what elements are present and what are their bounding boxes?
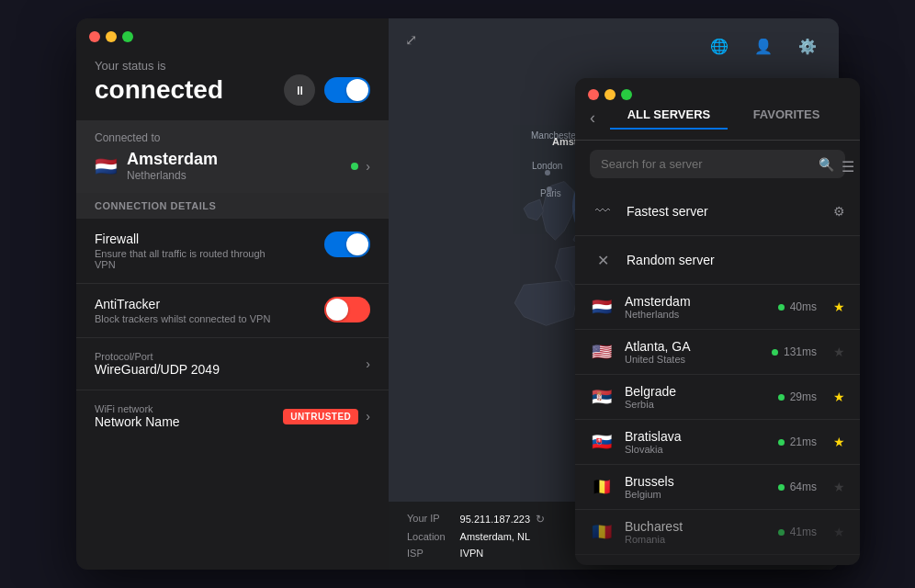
server-close-dot[interactable] (588, 89, 599, 100)
globe-icon-button[interactable]: 🌐 (705, 31, 734, 61)
antitracker-desc: Block trackers whilst connected to VPN (95, 313, 270, 324)
server-item-belgrade[interactable]: 🇷🇸 Belgrade Serbia 29ms ★ (575, 375, 860, 420)
brussels-name: Brussels (625, 474, 767, 489)
location-info: 🇳🇱 Amsterdam Netherlands (95, 150, 218, 182)
connected-indicator (351, 163, 358, 170)
minimize-dot[interactable] (106, 31, 117, 42)
amsterdam-flag: 🇳🇱 (590, 297, 614, 317)
bucharest-favorite-icon[interactable]: ★ (833, 525, 845, 539)
brussels-ping-dot (778, 484, 785, 491)
amsterdam-ping-area: 40ms (778, 300, 817, 313)
refresh-icon[interactable]: ↻ (536, 513, 545, 526)
brussels-favorite-icon[interactable]: ★ (833, 480, 845, 494)
tab-all-servers[interactable]: ALL SERVERS (610, 107, 728, 129)
search-icon: 🔍 (819, 157, 834, 172)
status-value: connected (95, 75, 223, 105)
connection-details-header: CONNECTION DETAILS (76, 193, 389, 219)
belgrade-flag: 🇷🇸 (590, 387, 614, 407)
firewall-toggle[interactable] (324, 232, 370, 257)
wifi-value: Network Name (95, 414, 180, 429)
belgrade-country: Serbia (625, 399, 767, 410)
status-section: Your status is connected ⏸ (76, 51, 389, 120)
bucharest-country: Romania (625, 534, 767, 545)
antitracker-toggle[interactable] (324, 297, 370, 322)
status-row: connected ⏸ (95, 74, 370, 106)
london-dot (545, 170, 550, 175)
wifi-info: WiFi network Network Name (95, 403, 180, 429)
ip-label: Your IP (407, 513, 446, 526)
map-top-icons: 🌐 👤 ⚙️ (705, 31, 822, 61)
user-icon-button[interactable]: 👤 (749, 31, 778, 61)
settings-icon-button[interactable]: ⚙️ (793, 31, 822, 61)
protocol-item[interactable]: Protocol/Port WireGuard/UDP 2049 › (76, 338, 389, 390)
isp-label: ISP (407, 548, 446, 559)
atlanta-country: United States (625, 354, 761, 365)
amsterdam-info: Amsterdam Netherlands (625, 294, 767, 320)
server-item-amsterdam[interactable]: 🇳🇱 Amsterdam Netherlands 40ms ★ (575, 285, 860, 330)
bratislava-country: Slovakia (625, 444, 767, 455)
belgrade-favorite-icon[interactable]: ★ (833, 390, 845, 404)
random-server-icon: ✕ (590, 247, 616, 273)
status-label: Your status is (95, 59, 370, 73)
brussels-country: Belgium (625, 489, 767, 500)
server-search-container: 🔍 ☰ (575, 141, 860, 187)
close-dot[interactable] (89, 31, 100, 42)
back-button[interactable]: ‹ (590, 108, 595, 128)
server-minimize-dot[interactable] (604, 89, 616, 100)
belgrade-name: Belgrade (625, 384, 767, 399)
expand-button[interactable]: ⤢ (405, 31, 417, 49)
server-panel-controls (575, 78, 860, 107)
amsterdam-ping: 40ms (790, 300, 817, 313)
atlanta-ping-dot (772, 349, 778, 356)
wifi-chevron-icon: › (366, 409, 370, 424)
server-item-atlanta[interactable]: 🇺🇸 Atlanta, GA United States 131ms ★ (575, 330, 860, 375)
atlanta-flag: 🇺🇸 (590, 342, 614, 362)
belgrade-ping-dot (778, 394, 785, 401)
fastest-server-icon: 〰 (590, 198, 616, 224)
filter-icon[interactable]: ☰ (842, 158, 854, 175)
amsterdam-favorite-icon[interactable]: ★ (833, 300, 845, 314)
connected-to-section: Connected to 🇳🇱 Amsterdam Netherlands › (76, 120, 389, 193)
belgrade-ping-area: 29ms (778, 390, 817, 403)
atlanta-favorite-icon[interactable]: ★ (833, 345, 845, 359)
untrusted-badge: UNTRUSTED (283, 409, 358, 424)
server-item-bucharest[interactable]: 🇷🇴 Bucharest Romania 41ms ★ (575, 510, 860, 555)
brussels-ping-area: 64ms (778, 481, 817, 493)
bratislava-favorite-icon[interactable]: ★ (833, 435, 845, 449)
server-list-panel: ‹ ALL SERVERS FAVORITES 🔍 ☰ 〰 Fastest se… (575, 78, 860, 565)
server-item-bratislava[interactable]: 🇸🇰 Bratislava Slovakia 21ms ★ (575, 420, 860, 465)
vpn-toggle[interactable] (324, 77, 370, 103)
pause-button[interactable]: ⏸ (284, 74, 315, 106)
bratislava-info: Bratislava Slovakia (625, 429, 767, 455)
antitracker-row: AntiTracker Block trackers whilst connec… (95, 297, 370, 324)
fastest-server-item[interactable]: 〰 Fastest server ⚙ (575, 187, 860, 236)
bucharest-ping-dot (778, 529, 785, 536)
maximize-dot[interactable] (122, 31, 133, 42)
bucharest-flag: 🇷🇴 (590, 522, 614, 542)
atlanta-ping: 131ms (784, 345, 817, 358)
wifi-item[interactable]: WiFi network Network Name UNTRUSTED › (76, 390, 389, 442)
random-server-item[interactable]: ✕ Random server (575, 236, 860, 285)
bratislava-ping: 21ms (790, 435, 817, 448)
brussels-flag: 🇧🇪 (590, 477, 614, 497)
server-list: 〰 Fastest server ⚙ ✕ Random server 🇳🇱 Am… (575, 187, 860, 565)
fastest-server-gear-icon[interactable]: ⚙ (833, 204, 845, 219)
server-search-input[interactable] (590, 150, 845, 178)
brussels-ping: 64ms (790, 481, 817, 493)
belgrade-info: Belgrade Serbia (625, 384, 767, 410)
atlanta-name: Atlanta, GA (625, 339, 761, 354)
bratislava-ping-area: 21ms (778, 435, 817, 448)
tab-favorites[interactable]: FAVORITES (728, 107, 845, 129)
paris-dot (547, 187, 552, 192)
server-maximize-dot[interactable] (621, 89, 632, 100)
status-controls: ⏸ (284, 74, 370, 106)
amsterdam-country: Netherlands (625, 309, 767, 320)
server-item-brussels[interactable]: 🇧🇪 Brussels Belgium 64ms ★ (575, 465, 860, 510)
atlanta-info: Atlanta, GA United States (625, 339, 761, 365)
chevron-right-icon: › (366, 159, 370, 174)
location-details: Amsterdam Netherlands (127, 150, 218, 182)
bucharest-ping: 41ms (790, 526, 817, 538)
antitracker-title: AntiTracker (95, 297, 270, 311)
connected-location-row[interactable]: 🇳🇱 Amsterdam Netherlands › (95, 150, 370, 182)
amsterdam-name: Amsterdam (625, 294, 767, 309)
